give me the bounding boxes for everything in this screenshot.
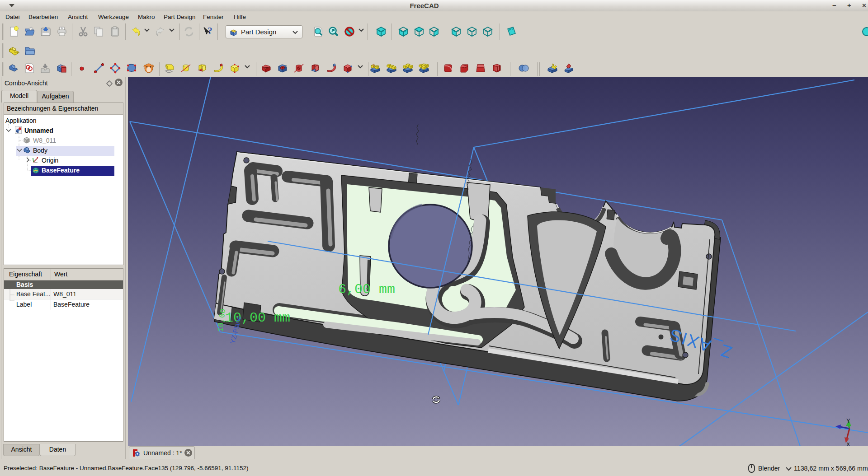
svg-text:6,00 mm: 6,00 mm — [338, 282, 395, 297]
svg-text:Y: Y — [846, 417, 850, 424]
svg-text:x: x — [847, 440, 850, 446]
